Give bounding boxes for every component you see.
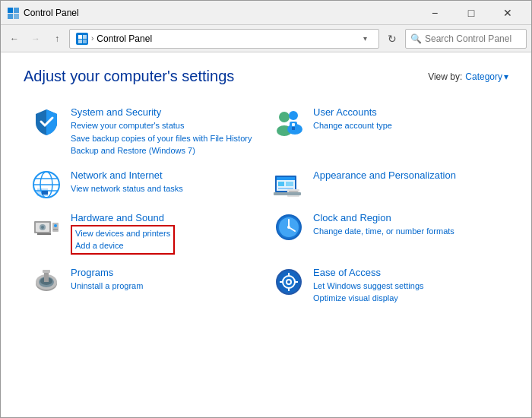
network-title[interactable]: Network and Internet <box>71 169 183 181</box>
svg-rect-13 <box>292 123 295 126</box>
svg-rect-24 <box>277 177 295 180</box>
view-by-label: View by: <box>428 71 462 82</box>
appearance-content: Appearance and Personalization <box>313 169 456 182</box>
clock-icon <box>274 212 304 242</box>
svg-rect-4 <box>78 35 82 39</box>
user-accounts-links: Change account type <box>313 119 392 132</box>
ease-of-access-icon <box>274 267 304 297</box>
minimize-button[interactable]: − <box>417 1 452 25</box>
search-input[interactable] <box>425 33 520 44</box>
view-devices-link[interactable]: View devices and printers <box>75 227 170 240</box>
svg-rect-26 <box>286 182 293 186</box>
clock-content: Clock and Region Change date, time, or n… <box>313 212 454 238</box>
review-status-link[interactable]: Review your computer's status <box>71 119 252 132</box>
ease-of-access-title[interactable]: Ease of Access <box>313 267 424 278</box>
clock-title[interactable]: Clock and Region <box>313 212 454 223</box>
network-icon <box>31 169 62 200</box>
category-programs: Programs Uninstall a program <box>24 261 266 311</box>
address-text: Control Panel <box>97 33 354 44</box>
network-content: Network and Internet View network status… <box>71 169 183 195</box>
svg-rect-27 <box>278 188 293 189</box>
programs-icon <box>31 267 62 297</box>
network-status-link[interactable]: View network status and tasks <box>71 182 183 195</box>
svg-rect-25 <box>278 182 284 186</box>
hardware-links: View devices and printers Add a device <box>71 225 175 255</box>
svg-rect-14 <box>292 127 295 130</box>
svg-rect-21 <box>42 191 48 195</box>
category-hardware: Hardware and Sound View devices and prin… <box>24 206 266 261</box>
address-dropdown-button[interactable]: ▾ <box>357 34 372 43</box>
svg-point-8 <box>279 112 290 122</box>
svg-rect-30 <box>274 192 301 195</box>
close-button[interactable]: ✕ <box>490 1 525 25</box>
uninstall-link[interactable]: Uninstall a program <box>71 280 143 293</box>
svg-rect-50 <box>43 270 50 273</box>
breadcrumb-arrow: › <box>91 34 93 43</box>
app-icon <box>7 7 19 19</box>
svg-point-44 <box>287 226 290 229</box>
visual-display-link[interactable]: Optimize visual display <box>313 292 424 305</box>
programs-content: Programs Uninstall a program <box>71 267 143 293</box>
user-accounts-content: User Accounts Change account type <box>313 106 392 132</box>
main-content: Adjust your computer's settings View by:… <box>1 52 531 326</box>
hardware-icon <box>31 212 62 242</box>
date-time-link[interactable]: Change date, time, or number formats <box>313 225 454 238</box>
category-appearance: Appearance and Personalization <box>266 163 508 206</box>
clock-links: Change date, time, or number formats <box>313 225 454 238</box>
address-bar: ← → ↑ › Control Panel ▾ ↻ 🔍 <box>1 25 531 52</box>
programs-links: Uninstall a program <box>71 280 143 293</box>
change-account-link[interactable]: Change account type <box>313 119 392 132</box>
view-by-control: View by: Category ▾ <box>428 71 508 82</box>
svg-rect-38 <box>37 233 51 235</box>
address-field[interactable]: › Control Panel ▾ <box>69 29 379 49</box>
forward-button[interactable]: → <box>27 30 45 48</box>
svg-point-36 <box>54 224 57 227</box>
category-ease-of-access: Ease of Access Let Windows suggest setti… <box>266 261 508 311</box>
hardware-title[interactable]: Hardware and Sound <box>71 212 175 223</box>
page-header: Adjust your computer's settings View by:… <box>24 68 508 85</box>
system-security-links: Review your computer's status Save backu… <box>71 119 252 157</box>
user-accounts-icon <box>274 106 304 137</box>
system-security-title[interactable]: System and Security <box>71 106 252 118</box>
ease-of-access-content: Ease of Access Let Windows suggest setti… <box>313 267 424 305</box>
backup-files-link[interactable]: Save backup copies of your files with Fi… <box>71 132 252 145</box>
category-network: Network and Internet View network status… <box>24 163 266 206</box>
svg-rect-49 <box>44 271 49 282</box>
maximize-button[interactable]: □ <box>454 1 489 25</box>
svg-point-34 <box>41 226 44 229</box>
svg-rect-3 <box>14 14 19 19</box>
user-accounts-title[interactable]: User Accounts <box>313 106 392 118</box>
svg-rect-2 <box>8 14 13 19</box>
search-icon: 🔍 <box>410 33 422 44</box>
view-by-value: Category <box>465 71 502 82</box>
window-controls: − □ ✕ <box>417 1 525 25</box>
svg-rect-7 <box>83 40 87 43</box>
view-by-dropdown[interactable]: Category ▾ <box>465 71 508 82</box>
breadcrumb-icon <box>76 33 88 45</box>
svg-rect-5 <box>83 35 87 39</box>
backup-restore-link[interactable]: Backup and Restore (Windows 7) <box>71 144 252 157</box>
search-field[interactable]: 🔍 <box>405 29 527 49</box>
appearance-icon <box>274 169 304 200</box>
view-by-arrow: ▾ <box>504 71 508 82</box>
svg-point-10 <box>289 111 298 120</box>
svg-rect-6 <box>78 40 82 43</box>
system-security-content: System and Security Review your computer… <box>71 106 252 157</box>
category-clock: Clock and Region Change date, time, or n… <box>266 206 508 261</box>
appearance-title[interactable]: Appearance and Personalization <box>313 169 456 181</box>
suggest-settings-link[interactable]: Let Windows suggest settings <box>313 280 424 293</box>
title-bar: Control Panel − □ ✕ <box>1 1 531 25</box>
back-button[interactable]: ← <box>5 30 24 48</box>
svg-rect-0 <box>8 8 13 13</box>
programs-title[interactable]: Programs <box>71 267 143 278</box>
add-device-link[interactable]: Add a device <box>75 239 170 252</box>
svg-rect-1 <box>14 8 19 13</box>
svg-rect-37 <box>53 229 58 230</box>
hardware-content: Hardware and Sound View devices and prin… <box>71 212 175 255</box>
window-title: Control Panel <box>24 8 417 18</box>
hardware-highlight-box: View devices and printers Add a device <box>71 225 175 255</box>
up-button[interactable]: ↑ <box>48 30 66 48</box>
category-system-security: System and Security Review your computer… <box>24 100 266 163</box>
refresh-button[interactable]: ↻ <box>382 29 402 49</box>
svg-point-59 <box>287 280 290 283</box>
